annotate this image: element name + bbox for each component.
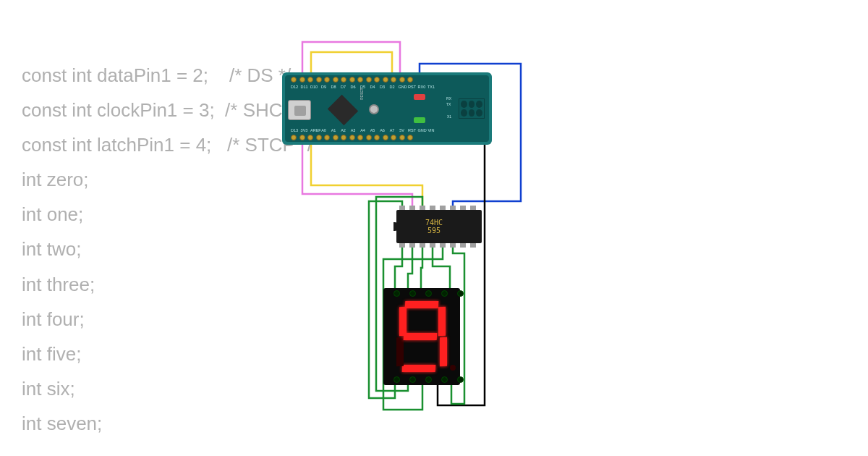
code-line: const int latchPin1 = 4; /* STCP */: [22, 127, 312, 162]
isp-header: [459, 98, 485, 119]
code-line: int seven;: [22, 406, 312, 441]
code-line: const int clockPin1 = 3; /* SHCP */: [22, 93, 312, 127]
reset-label: RESET: [359, 88, 364, 100]
shift-register-74hc595[interactable]: 74HC595: [396, 210, 482, 243]
circuit-canvas[interactable]: D12D11 D10D9 D8D7 D6D5 D4D3 D2GND RSTRX0…: [275, 14, 781, 449]
code-line: int two;: [22, 232, 312, 266]
chip-pins-bottom: [399, 243, 476, 248]
status-led-icon: [414, 117, 425, 123]
arduino-nano[interactable]: D12D11 D10D9 D8D7 D6D5 D4D3 D2GND RSTRX0…: [282, 72, 492, 145]
segment-d: [402, 365, 436, 372]
arduino-pins-top: [291, 77, 413, 83]
chip-pins-top: [399, 206, 476, 210]
segment-g: [404, 333, 438, 340]
seg-pins-top: [393, 290, 464, 297]
reset-button[interactable]: [369, 104, 379, 114]
segment-e: [396, 337, 404, 367]
power-led-icon: [414, 94, 425, 100]
seg-pins-bottom: [393, 376, 464, 383]
segment-f: [399, 307, 407, 337]
code-line: const int dataPin1 = 2; /* DS */: [22, 58, 312, 93]
segment-a: [405, 301, 439, 308]
chip-label: 74HC595: [425, 219, 443, 235]
usb-port-icon: [288, 100, 311, 120]
x1-label: X1: [447, 114, 451, 119]
segment-digit: [396, 301, 447, 372]
code-line: int zero;: [22, 162, 312, 197]
segment-c: [440, 337, 447, 367]
code-line: int three;: [22, 267, 312, 302]
arduino-pin-labels-bottom: D133V3 AREFA0 A1A2 A3A4 A5A6 A75V RSTGND…: [291, 128, 435, 132]
code-overlay: const int dataPin1 = 2; /* DS */ const i…: [22, 58, 312, 441]
chip-notch-icon: [393, 222, 399, 231]
rx-tx-labels: RX TX: [446, 96, 451, 107]
segment-b: [438, 307, 446, 337]
seven-segment-display[interactable]: [383, 288, 460, 385]
arduino-pins-bottom: [291, 135, 413, 140]
code-line: int four;: [22, 302, 312, 337]
segment-dp: [450, 365, 456, 371]
code-line: int one;: [22, 197, 312, 232]
code-line: int six;: [22, 371, 312, 406]
code-line: int five;: [22, 337, 312, 371]
